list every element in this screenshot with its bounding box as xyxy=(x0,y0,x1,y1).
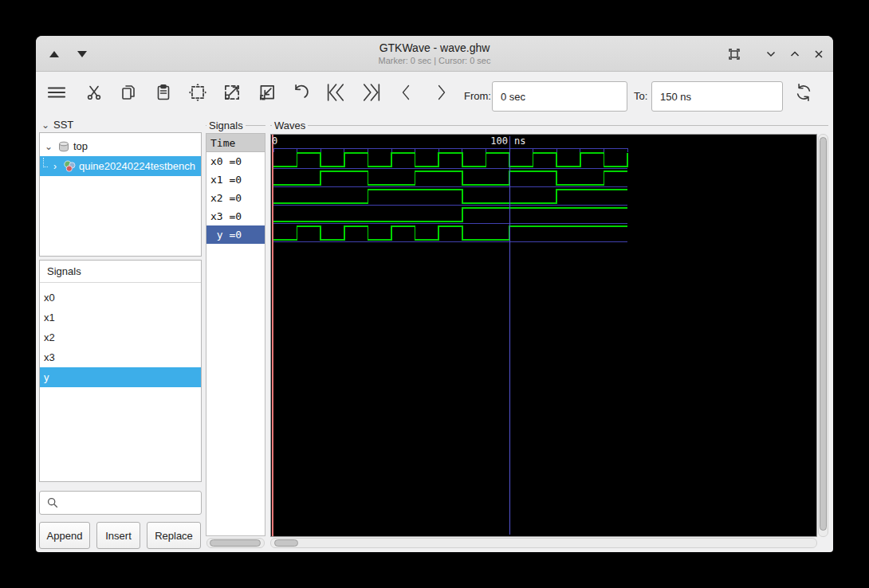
step-left-button[interactable] xyxy=(395,80,419,104)
signals-list-header: Signals xyxy=(40,261,201,283)
time-header[interactable]: Time xyxy=(206,134,265,152)
skip-to-end-button[interactable] xyxy=(360,80,383,104)
zoom-fit-icon xyxy=(187,82,208,103)
to-input[interactable] xyxy=(651,81,783,112)
menu-icon xyxy=(45,83,68,102)
wave-name-row-x2[interactable]: x2 =0 xyxy=(206,189,265,207)
trace-x1 xyxy=(273,171,627,185)
minimize-button[interactable] xyxy=(763,46,779,62)
signal-search-box[interactable] xyxy=(39,491,202,515)
from-label: From: xyxy=(464,90,491,102)
waves-hscrollbar[interactable] xyxy=(270,538,817,548)
signal-list-item-x2[interactable]: x2 xyxy=(40,327,201,347)
sst-tree-item-testbench[interactable]: › quine20240224testbench xyxy=(40,156,201,176)
zoom-fit-button[interactable] xyxy=(186,80,210,104)
expander-closed-icon[interactable]: › xyxy=(49,161,61,172)
gtkwave-window: GTKWave - wave.ghw Marker: 0 sec | Curso… xyxy=(36,36,833,552)
waves-vscrollbar-thumb[interactable] xyxy=(820,137,827,531)
append-button[interactable]: Append xyxy=(39,522,90,549)
trace-x3 xyxy=(273,208,627,221)
signal-list-item-x1[interactable]: x1 xyxy=(40,308,201,327)
undo-icon xyxy=(290,82,311,103)
marker-cursor-status: Marker: 0 sec | Cursor: 0 sec xyxy=(36,56,833,65)
cut-icon xyxy=(85,83,104,102)
chevron-right-icon xyxy=(431,81,450,104)
signal-list-item-y[interactable]: y xyxy=(40,367,201,387)
zoom-out-button[interactable] xyxy=(255,80,279,104)
to-label: To: xyxy=(634,90,647,102)
signals-frame-label: Signals xyxy=(206,120,246,131)
skip-to-start-icon xyxy=(324,81,348,104)
expander-open-icon[interactable]: ⌄ xyxy=(43,141,54,152)
zoom-window-button[interactable] xyxy=(726,46,742,62)
waves-hscrollbar-thumb[interactable] xyxy=(274,539,298,547)
signal-list-item-x3[interactable]: x3 xyxy=(40,347,201,367)
signals-list-panel: Signals x0 x1 x2 x3 y xyxy=(39,260,202,482)
waves-frame-label: Waves xyxy=(272,120,308,131)
wave-name-column: Time x0 =0 x1 =0 x2 =0 x3 =0 y =0 xyxy=(206,133,265,536)
sst-collapse-chevron-icon[interactable]: ⌄ xyxy=(40,120,51,131)
wave-name-row-x0[interactable]: x0 =0 xyxy=(206,152,265,171)
wave-canvas[interactable]: 0100ns xyxy=(270,134,817,537)
chevron-left-icon xyxy=(397,81,416,104)
step-right-button[interactable] xyxy=(429,80,453,104)
close-button[interactable] xyxy=(811,46,827,62)
zoom-out-icon xyxy=(257,82,277,103)
chevron-down-icon xyxy=(765,48,777,61)
sst-frame-header[interactable]: ⌄ SST xyxy=(40,119,76,131)
copy-icon xyxy=(119,83,138,102)
wave-name-row-x3[interactable]: x3 =0 xyxy=(206,207,265,225)
paste-icon xyxy=(154,83,173,102)
sst-tree-item-top[interactable]: ⌄ top xyxy=(40,136,201,156)
trace-x0 xyxy=(273,153,627,167)
signal-search-input[interactable] xyxy=(59,492,201,514)
waves-vscrollbar[interactable] xyxy=(818,134,828,537)
copy-button[interactable] xyxy=(116,80,140,104)
replace-button[interactable]: Replace xyxy=(147,522,201,549)
toolbar: From: To: xyxy=(36,73,833,119)
maximize-button[interactable] xyxy=(787,46,803,62)
svg-text:ns: ns xyxy=(514,135,525,147)
skip-to-end-icon xyxy=(360,81,383,104)
titlebar[interactable]: GTKWave - wave.ghw Marker: 0 sec | Curso… xyxy=(36,36,833,72)
zoom-in-icon xyxy=(222,82,242,103)
sst-frame-label: SST xyxy=(51,119,76,131)
wave-svg: 0100ns xyxy=(271,135,816,536)
chevron-up-icon xyxy=(788,48,801,61)
zoom-in-button[interactable] xyxy=(220,80,244,104)
insert-button[interactable]: Insert xyxy=(96,522,140,549)
menu-button[interactable] xyxy=(45,80,69,104)
paste-button[interactable] xyxy=(151,80,175,104)
search-icon xyxy=(46,496,59,509)
sst-tree-panel: ⌄ top › quine20240224testbench xyxy=(39,132,202,257)
namecol-hscrollbar-thumb[interactable] xyxy=(210,539,261,547)
waves-frame-line xyxy=(270,125,828,126)
reload-icon xyxy=(793,82,814,103)
skip-to-start-button[interactable] xyxy=(324,80,348,104)
tree-guide-line xyxy=(43,158,48,167)
module-icon xyxy=(57,140,70,153)
trace-y xyxy=(273,226,627,240)
signal-list-item-x0[interactable]: x0 xyxy=(40,288,201,308)
wave-name-row-x1[interactable]: x1 =0 xyxy=(206,171,265,189)
tree-item-label: quine20240224testbench xyxy=(79,160,195,172)
from-input[interactable] xyxy=(492,81,627,112)
wave-name-row-y[interactable]: y =0 xyxy=(206,225,265,244)
cut-button[interactable] xyxy=(82,80,106,104)
fit-frame-icon xyxy=(727,47,741,61)
svg-text:100: 100 xyxy=(490,135,508,147)
reload-button[interactable] xyxy=(792,80,816,104)
window-title: GTKWave - wave.ghw xyxy=(36,41,833,54)
close-icon xyxy=(812,48,825,61)
tree-item-label: top xyxy=(73,140,88,152)
component-icon xyxy=(63,159,77,173)
namecol-hscrollbar[interactable] xyxy=(206,538,265,548)
trace-x2 xyxy=(273,190,627,203)
svg-text:0: 0 xyxy=(272,135,277,147)
undo-button[interactable] xyxy=(289,80,313,104)
